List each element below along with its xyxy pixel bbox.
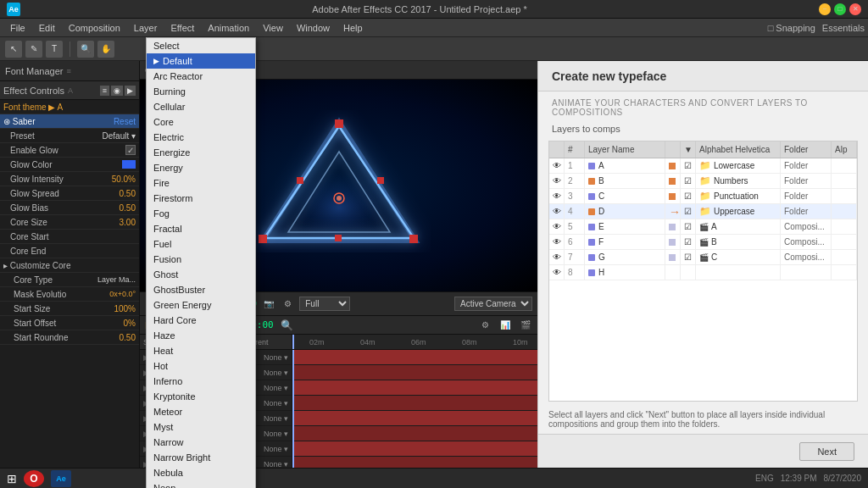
table-row-3[interactable]: 👁 3 C ☑ 📁Punctuation Folder [549, 189, 857, 204]
ec-btn3[interactable]: ▶ [125, 86, 136, 96]
taskbar-opera[interactable]: O [24, 470, 44, 487]
toolbar-hand[interactable]: ✋ [97, 41, 114, 58]
table-row-7[interactable]: 👁 7 G ☑ 🎬C Composi... [549, 250, 857, 265]
dd-energy[interactable]: Energy [147, 160, 255, 175]
cell-check-6[interactable]: ☑ [681, 235, 696, 249]
ec-startoffset-value[interactable]: 0% [110, 319, 136, 328]
ec-glowspread-value[interactable]: 0.50 [110, 189, 136, 198]
cell-check-1[interactable]: ☑ [681, 158, 696, 173]
menu-file[interactable]: File [3, 19, 32, 36]
toolbar-pen[interactable]: ✎ [25, 41, 42, 58]
menu-composition[interactable]: Composition [62, 19, 127, 36]
taskbar-ae[interactable]: Ae [51, 470, 71, 487]
dd-core[interactable]: Core [147, 114, 255, 130]
dd-nebula[interactable]: Nebula [147, 465, 255, 480]
table-row-5[interactable]: 👁 5 E ☑ 🎬A Composi... [549, 219, 857, 235]
menu-edit[interactable]: Edit [32, 19, 62, 36]
dd-ghostbuster[interactable]: GhostBuster [147, 282, 255, 297]
table-row-6[interactable]: 👁 6 F ☑ 🎬B Composi... [549, 235, 857, 250]
next-button[interactable]: Next [799, 442, 854, 461]
menu-animation[interactable]: Animation [201, 19, 256, 36]
table-row-4[interactable]: 👁 4 D → ☑ 📁Uppercase Folder [549, 204, 857, 219]
preview-camera-icon[interactable]: 📷 [262, 297, 275, 311]
timeline-controls-icon[interactable]: ⚙ [478, 319, 492, 332]
track-85 [292, 365, 537, 380]
dd-heat[interactable]: Heat [147, 343, 255, 358]
ec-preset-value[interactable]: Default ▾ [103, 131, 136, 141]
preview-settings-icon[interactable]: ⚙ [281, 297, 294, 311]
dd-fuel[interactable]: Fuel [147, 236, 255, 252]
dd-hot[interactable]: Hot [147, 358, 255, 374]
quality-select[interactable]: FullHalfQuarter [299, 297, 350, 311]
snapping-label: Snapping [776, 23, 815, 33]
ec-maskevol-value[interactable]: 0x+0.0° [109, 290, 136, 298]
dd-ghost[interactable]: Ghost [147, 267, 255, 282]
close-button[interactable]: ✕ [849, 3, 861, 15]
ec-coresize-value[interactable]: 3.00 [110, 218, 136, 227]
cell-check-3[interactable]: ☑ [681, 189, 696, 203]
dd-fusion[interactable]: Fusion [147, 252, 255, 267]
ec-startround-value[interactable]: 0.50 [110, 333, 136, 342]
maximize-button[interactable]: □ [834, 3, 846, 15]
ec-startsize-value[interactable]: 100% [110, 304, 136, 313]
menu-view[interactable]: View [256, 19, 290, 36]
ec-saber-reset[interactable]: Reset [110, 117, 136, 126]
cell-check-5[interactable]: ☑ [681, 219, 696, 234]
ec-enableglow-checkbox[interactable]: ✓ [125, 145, 136, 155]
table-row-2[interactable]: 👁 2 B ☑ 📁Numbers Folder [549, 174, 857, 189]
dd-fog[interactable]: Fog [147, 206, 255, 221]
ec-btn2[interactable]: ◉ [111, 86, 123, 96]
minimize-button[interactable]: − [819, 3, 831, 15]
timeline-search-icon[interactable]: 🔍 [281, 319, 294, 332]
table-header: # Layer Name ▼ Alphabet Helvetica Folder… [549, 141, 857, 158]
ec-glowbias-label: Glow Bias [10, 203, 107, 213]
camera-select[interactable]: Active Camera [454, 297, 532, 311]
table-row-8[interactable]: 👁 8 H [549, 265, 857, 280]
dd-default[interactable]: ▶Default [147, 53, 255, 69]
ec-glowbias-value[interactable]: 0.50 [110, 203, 136, 213]
toolbar-text[interactable]: T [46, 41, 63, 58]
dd-kryptonite[interactable]: Kryptonite [147, 389, 255, 404]
dd-inferno[interactable]: Inferno [147, 374, 255, 389]
cell-eye-1: 👁 [549, 158, 565, 173]
dd-electric[interactable]: Electric [147, 130, 255, 145]
cell-check-4[interactable]: ☑ [681, 204, 696, 219]
menu-effect[interactable]: Effect [164, 19, 201, 36]
dd-firestorm[interactable]: Firestorm [147, 191, 255, 206]
ec-preset-label: Preset [10, 131, 99, 141]
menu-help[interactable]: Help [337, 19, 370, 36]
dd-meteor[interactable]: Meteor [147, 404, 255, 419]
dd-green-energy[interactable]: Green Energy [147, 297, 255, 313]
menu-window[interactable]: Window [290, 19, 337, 36]
dd-burning[interactable]: Burning [147, 84, 255, 99]
dd-haze[interactable]: Haze [147, 328, 255, 343]
toolbar-zoom[interactable]: 🔍 [77, 41, 94, 58]
ec-coretype-value[interactable]: Layer Ma... [97, 275, 136, 284]
dd-fire[interactable]: Fire [147, 175, 255, 191]
cell-check-8[interactable] [681, 265, 696, 280]
ec-glowintensity-value[interactable]: 50.0% [110, 175, 136, 184]
start-menu-icon[interactable]: ⊞ [7, 472, 17, 485]
dd-arc-reactor[interactable]: Arc Reactor [147, 69, 255, 84]
cell-alph-6 [832, 235, 857, 249]
cell-check-7[interactable]: ☑ [681, 250, 696, 264]
menu-layer[interactable]: Layer [127, 19, 164, 36]
timeline-render-icon[interactable]: 🎬 [519, 319, 532, 332]
ec-glowcolor-swatch[interactable] [122, 160, 136, 169]
cell-check-2[interactable]: ☑ [681, 174, 696, 188]
table-row-1[interactable]: 👁 1 A ☑ 📁Lowercase Folder [549, 158, 857, 174]
dd-select[interactable]: Select [147, 38, 255, 53]
dd-narrow[interactable]: Narrow [147, 435, 255, 450]
dd-hard-core[interactable]: Hard Core [147, 313, 255, 328]
toolbar-select[interactable]: ↖ [5, 41, 22, 58]
dd-narrow-bright[interactable]: Narrow Bright [147, 450, 255, 465]
dd-myst[interactable]: Myst [147, 419, 255, 435]
dd-fractal[interactable]: Fractal [147, 221, 255, 236]
dd-neon[interactable]: Neon [147, 480, 255, 488]
dd-energize[interactable]: Energize [147, 145, 255, 160]
timeline-graph-icon[interactable]: 📊 [498, 319, 512, 332]
dd-cellular[interactable]: Cellular [147, 99, 255, 114]
preset-dropdown-menu[interactable]: Select ▶Default Arc Reactor Burning Cell… [146, 37, 256, 488]
ec-btn1[interactable]: ≡ [100, 86, 109, 96]
ruler-label-08m: 08m [462, 338, 477, 347]
